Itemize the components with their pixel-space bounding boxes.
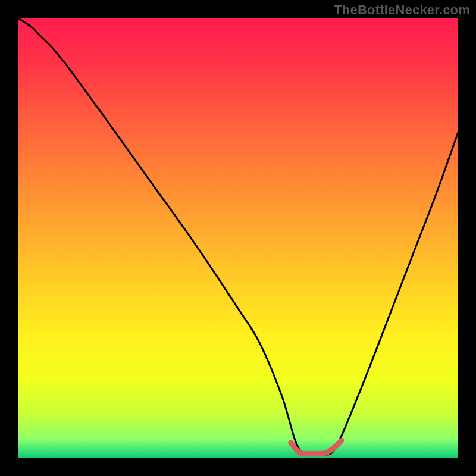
chart-svg [18, 18, 458, 458]
chart-frame: TheBottleNecker.com [0, 0, 476, 476]
plot-area [18, 18, 458, 458]
gradient-background [18, 18, 458, 458]
watermark-text: TheBottleNecker.com [334, 2, 470, 18]
